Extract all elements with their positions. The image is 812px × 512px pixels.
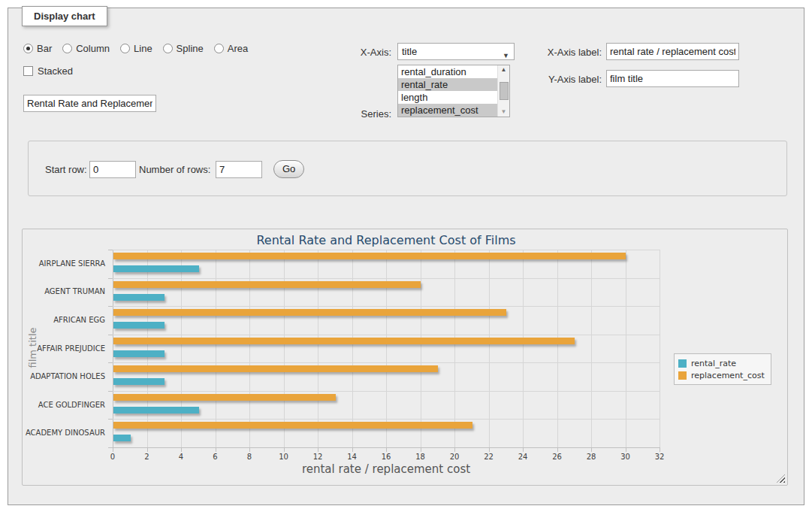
x-axis-tick: [318, 447, 318, 452]
series-option-rental_rate[interactable]: rental_rate: [398, 78, 497, 91]
radio-line[interactable]: Line: [120, 43, 152, 54]
x-axis-tick-label: 10: [269, 453, 299, 461]
gridline: [216, 250, 216, 447]
chart-container: Rental Rate and Replacement Cost of Film…: [22, 229, 788, 486]
go-button[interactable]: Go: [273, 160, 304, 178]
y-axis-tick: [108, 447, 113, 448]
series-listbox[interactable]: rental_durationrental_ratelengthreplacem…: [397, 65, 510, 117]
legend-swatch-icon: [678, 359, 687, 368]
resize-handle-icon[interactable]: [777, 474, 785, 483]
x-axis-label-caption: X-Axis label:: [534, 47, 602, 58]
bar-replacement_cost[interactable]: [113, 422, 472, 429]
x-axis-tick: [454, 447, 455, 452]
x-axis-tick-label: 18: [406, 453, 436, 461]
x-axis-select[interactable]: title ▼: [397, 43, 515, 60]
radio-icon[interactable]: [62, 44, 72, 53]
gridline: [489, 250, 490, 447]
chart-x-axis-title: rental rate / replacement cost: [113, 462, 660, 476]
y-axis-label-input[interactable]: [606, 70, 739, 87]
x-axis-tick-label: 12: [303, 453, 333, 461]
y-axis-tick: [108, 391, 113, 392]
gridline: [113, 250, 660, 250]
y-axis-tick: [108, 306, 113, 307]
bar-replacement_cost[interactable]: [113, 394, 336, 401]
row-range-panel: Start row: Number of rows: Go: [28, 141, 787, 196]
chevron-down-icon: ▼: [503, 48, 509, 64]
bar-rental_rate[interactable]: [113, 265, 199, 272]
x-axis-tick: [113, 447, 113, 452]
radio-icon[interactable]: [163, 44, 173, 53]
x-axis-tick-label: 0: [98, 453, 128, 461]
legend-label: rental_rate: [691, 359, 736, 368]
gridline: [660, 250, 660, 447]
x-axis-tick: [147, 447, 148, 452]
y-axis-tick: [108, 278, 113, 279]
series-option-replacement_cost[interactable]: replacement_cost: [398, 104, 497, 117]
radio-label: Bar: [37, 43, 52, 54]
x-axis-tick: [523, 447, 524, 452]
gridline: [113, 278, 660, 279]
bar-replacement_cost[interactable]: [113, 281, 421, 288]
gridline: [113, 362, 660, 363]
category-label: AFFAIR PREJUDICE: [23, 344, 105, 353]
x-axis-label-input[interactable]: [606, 43, 739, 60]
category-label: ACE GOLDFINGER: [23, 401, 105, 409]
chart-title-input[interactable]: [23, 95, 156, 112]
panel-title: Display chart: [22, 6, 107, 26]
legend-item-rental_rate[interactable]: rental_rate: [678, 357, 765, 369]
bar-rental_rate[interactable]: [113, 407, 199, 414]
y-axis-tick: [108, 362, 113, 363]
x-axis-tick-label: 26: [542, 453, 572, 461]
series-options: rental_durationrental_ratelengthreplacem…: [398, 65, 497, 117]
series-option-rental_duration[interactable]: rental_duration: [398, 65, 497, 78]
bar-rental_rate[interactable]: [113, 378, 165, 385]
radio-icon[interactable]: [120, 44, 130, 53]
bar-replacement_cost[interactable]: [113, 253, 626, 259]
chart-legend: rental_ratereplacement_cost: [674, 353, 771, 385]
y-axis-tick: [108, 419, 113, 420]
stacked-checkbox[interactable]: [23, 66, 33, 76]
category-label: AFRICAN EGG: [23, 316, 105, 324]
bar-replacement_cost[interactable]: [113, 365, 438, 372]
series-option-length[interactable]: length: [398, 91, 497, 104]
x-axis-tick-label: 20: [439, 453, 469, 461]
y-axis-tick: [108, 250, 113, 250]
scroll-down-arrow-icon[interactable]: ▼: [501, 108, 507, 116]
chart-title: Rental Rate and Replacement Cost of Film…: [113, 233, 660, 247]
gridline: [147, 250, 148, 447]
page: Display chart BarColumnLineSplineArea St…: [0, 0, 812, 512]
legend-item-replacement_cost[interactable]: replacement_cost: [678, 369, 765, 381]
gridline: [113, 391, 660, 392]
num-rows-input[interactable]: [216, 161, 262, 178]
bar-replacement_cost[interactable]: [113, 309, 506, 316]
radio-spline[interactable]: Spline: [163, 43, 204, 54]
radio-icon[interactable]: [23, 44, 33, 53]
scroll-up-arrow-icon[interactable]: ▲: [501, 66, 507, 74]
radio-column[interactable]: Column: [62, 43, 110, 54]
y-axis-tick: [108, 335, 113, 335]
radio-bar[interactable]: Bar: [23, 43, 52, 54]
x-axis-select-label: X-Axis:: [339, 47, 391, 58]
x-axis-tick-label: 22: [474, 453, 504, 461]
x-axis-tick-label: 6: [201, 453, 231, 461]
bar-rental_rate[interactable]: [113, 322, 165, 329]
x-axis-tick: [489, 447, 490, 452]
gridline: [113, 306, 660, 307]
radio-area[interactable]: Area: [214, 43, 248, 54]
series-select-label: Series:: [339, 108, 391, 120]
series-scrollbar[interactable]: ▲ ▼: [497, 65, 509, 117]
x-axis-tick-label: 30: [611, 453, 641, 461]
bar-replacement_cost[interactable]: [113, 338, 575, 344]
bar-rental_rate[interactable]: [113, 435, 131, 441]
gridline: [113, 250, 113, 447]
gridline: [626, 250, 626, 447]
bar-rental_rate[interactable]: [113, 350, 165, 357]
radio-label: Line: [134, 43, 152, 54]
x-axis-tick: [386, 447, 387, 452]
x-axis-tick-label: 2: [132, 453, 162, 461]
bar-rental_rate[interactable]: [113, 294, 165, 301]
start-row-input[interactable]: [89, 161, 136, 178]
radio-icon[interactable]: [214, 44, 224, 53]
stacked-checkbox-row[interactable]: Stacked: [23, 65, 73, 77]
scrollbar-thumb[interactable]: [500, 82, 509, 100]
